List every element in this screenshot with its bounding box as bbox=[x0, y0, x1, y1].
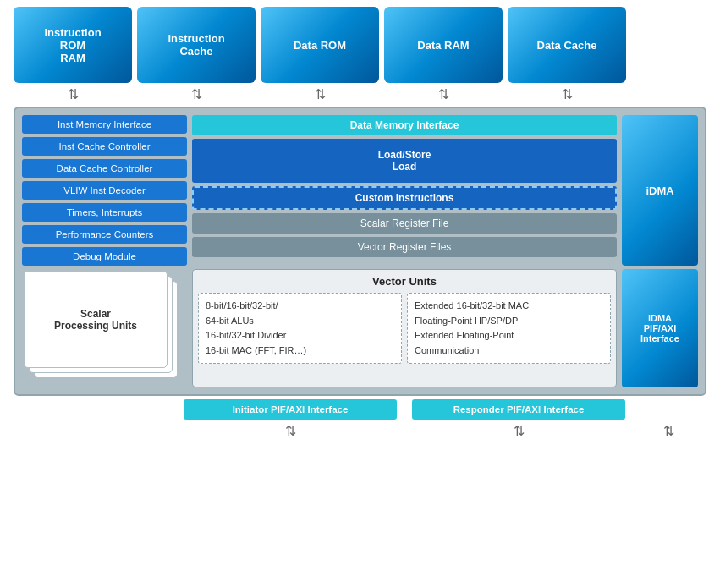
initiator-pif-bar: Initiator PIF/AXI Interface bbox=[184, 399, 397, 420]
vector-units-inner: 8-bit/16-bit/32-bit/ 64-bit ALUs 16-bit/… bbox=[198, 293, 611, 364]
idma-bottom-col: iDMA PIF/AXI Interface bbox=[622, 269, 698, 387]
inner-bottom-section: Scalar Processing Units Vector Units 8-b… bbox=[22, 269, 698, 387]
load-store-bar: Load/Store Load bbox=[192, 139, 617, 183]
bottom-interface-row: Initiator PIF/AXI Interface Responder PI… bbox=[7, 399, 713, 420]
sidebar-debug: Debug Module bbox=[22, 247, 187, 266]
center-column: Data Memory Interface Load/Store Load Cu… bbox=[192, 115, 617, 266]
bottom-arrow-3: ⇅ bbox=[412, 421, 625, 442]
scalar-reg-bar: Scalar Register File bbox=[192, 213, 617, 234]
block-data-ram: Data RAM bbox=[384, 7, 503, 83]
arrow-cell-1: ⇅ bbox=[14, 85, 132, 105]
right-idma-col: iDMA bbox=[622, 115, 698, 266]
sidebar-perf-counters: Performance Counters bbox=[22, 225, 187, 244]
responder-pif-bar: Responder PIF/AXI Interface bbox=[412, 399, 625, 420]
scalar-card-1: Scalar Processing Units bbox=[24, 271, 168, 368]
vu-right: Extended 16-bit/32-bit MAC Floating-Poin… bbox=[407, 293, 611, 364]
block-data-rom: Data ROM bbox=[261, 7, 379, 83]
idma-bottom-block: iDMA PIF/AXI Interface bbox=[622, 269, 698, 387]
left-sidebar: Inst Memory Interface Inst Cache Control… bbox=[22, 115, 187, 266]
sidebar-inst-cache-ctrl: Inst Cache Controller bbox=[22, 137, 187, 156]
sidebar-timers: Timers, Interrupts bbox=[22, 203, 187, 222]
double-arrow-3: ⇅ bbox=[315, 88, 326, 102]
block-instr-rom-ram: Instruction ROM RAM bbox=[14, 7, 132, 83]
bottom-arrow-1 bbox=[14, 421, 179, 442]
vu-left: 8-bit/16-bit/32-bit/ 64-bit ALUs 16-bit/… bbox=[198, 293, 402, 364]
block-data-cache: Data Cache bbox=[508, 7, 626, 83]
sidebar-data-cache-ctrl: Data Cache Controller bbox=[22, 159, 187, 178]
block-instr-cache: Instruction Cache bbox=[137, 7, 256, 83]
arrow-cell-2: ⇅ bbox=[137, 85, 256, 105]
arrow-cell-3: ⇅ bbox=[261, 85, 379, 105]
data-memory-bar: Data Memory Interface bbox=[192, 115, 617, 135]
scalar-units-container: Scalar Processing Units bbox=[22, 269, 187, 387]
bottom-arrow-2: ⇅ bbox=[184, 421, 397, 442]
sidebar-inst-mem: Inst Memory Interface bbox=[22, 115, 187, 134]
bottom-double-arrow-4: ⇅ bbox=[663, 425, 674, 438]
top-blocks-row: Instruction ROM RAM Instruction Cache Da… bbox=[7, 7, 713, 83]
idma-top-block: iDMA bbox=[622, 115, 698, 266]
double-arrow-2: ⇅ bbox=[191, 88, 202, 102]
bottom-double-arrow-3: ⇅ bbox=[514, 425, 525, 438]
arrow-cell-4: ⇅ bbox=[384, 85, 503, 105]
vector-units-title: Vector Units bbox=[198, 275, 611, 288]
inner-top-section: Inst Memory Interface Inst Cache Control… bbox=[22, 115, 698, 266]
arrow-cell-5: ⇅ bbox=[508, 85, 626, 105]
diagram-wrapper: Instruction ROM RAM Instruction Cache Da… bbox=[0, 0, 720, 588]
bottom-double-arrow-2: ⇅ bbox=[285, 425, 296, 438]
bottom-arrow-row: ⇅ ⇅ ⇅ bbox=[7, 421, 713, 442]
bottom-arrow-gap bbox=[402, 421, 407, 442]
vector-units-box: Vector Units 8-bit/16-bit/32-bit/ 64-bit… bbox=[192, 269, 617, 387]
scalar-units-label: Scalar Processing Units bbox=[54, 308, 137, 332]
top-arrow-row: ⇅ ⇅ ⇅ ⇅ ⇅ bbox=[7, 85, 713, 105]
double-arrow-1: ⇅ bbox=[68, 88, 79, 102]
bottom-arrow-4: ⇅ bbox=[630, 421, 706, 442]
main-processor-box: Inst Memory Interface Inst Cache Control… bbox=[14, 107, 706, 396]
sidebar-vliw: VLIW Inst Decoder bbox=[22, 181, 187, 200]
custom-instr-bar: Custom Instructions bbox=[192, 186, 617, 210]
double-arrow-5: ⇅ bbox=[562, 88, 573, 102]
vector-reg-bar: Vector Register Files bbox=[192, 237, 617, 257]
double-arrow-4: ⇅ bbox=[438, 88, 449, 102]
